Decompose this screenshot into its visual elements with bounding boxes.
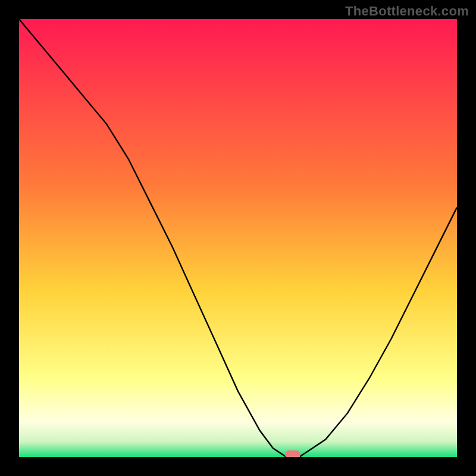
chart-container: TheBottleneck.com [0, 0, 476, 476]
bottleneck-curve [19, 19, 457, 457]
optimal-point-marker [285, 450, 300, 457]
watermark-label: TheBottleneck.com [345, 4, 469, 19]
plot-area [19, 19, 457, 457]
